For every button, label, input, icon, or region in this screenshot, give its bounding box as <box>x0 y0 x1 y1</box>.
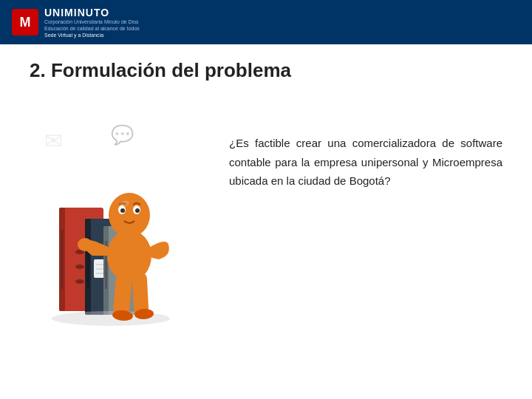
logo-container: M UNIMINUTO Corporación Universitaria Mi… <box>12 7 140 38</box>
question-paragraph: ¿Es factible crear una comercializadora … <box>229 134 502 191</box>
content-row: ✉ 💬 <box>30 104 502 341</box>
svg-point-31 <box>120 223 132 233</box>
svg-point-7 <box>75 279 84 284</box>
main-content: 2. Formulación del problema ✉ 💬 <box>0 44 532 399</box>
person-illustration: ✉ 💬 <box>37 112 200 333</box>
logo-subtitle-line1: Corporación Universitaria Minuto de Dios <box>44 18 140 25</box>
svg-point-29 <box>120 208 125 213</box>
svg-text:✉: ✉ <box>44 129 63 153</box>
page-title: 2. Formulación del problema <box>30 59 502 82</box>
svg-point-30 <box>135 208 140 213</box>
logo-tagline: Sede Virtual y a Distancia <box>44 33 140 38</box>
logo-text: UNIMINUTO Corporación Universitaria Minu… <box>44 7 140 38</box>
header: M UNIMINUTO Corporación Universitaria Mi… <box>0 0 532 44</box>
text-content: ¿Es factible crear una comercializadora … <box>229 104 502 191</box>
svg-point-24 <box>78 238 92 251</box>
logo-name: UNIMINUTO <box>44 7 140 18</box>
logo-subtitle-line2: Educación de calidad al alcance de todos <box>44 25 140 32</box>
svg-text:💬: 💬 <box>111 123 134 146</box>
logo-icon: M <box>12 9 38 35</box>
svg-point-6 <box>75 265 84 269</box>
illustration-area: ✉ 💬 <box>30 104 207 341</box>
svg-rect-4 <box>61 230 64 289</box>
